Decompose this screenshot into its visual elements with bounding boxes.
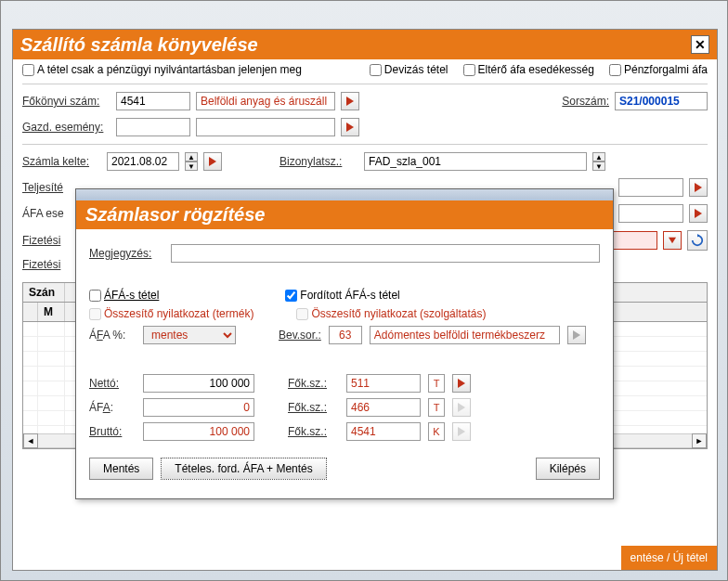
fokonyvi-input[interactable] bbox=[116, 92, 190, 110]
modal-title: Számlasor rögzítése bbox=[76, 200, 613, 229]
modal-szamlasor: Számlasor rögzítése Megjegyzés: ÁFÁ-s té… bbox=[75, 188, 614, 499]
mentes-button[interactable]: Mentés bbox=[89, 458, 153, 480]
afa-label: ÁFA: bbox=[89, 401, 136, 414]
svg-marker-10 bbox=[458, 427, 465, 436]
modal-buttons: Mentés Tételes. ford. ÁFA + Mentés Kilép… bbox=[89, 458, 600, 480]
teljesites-input[interactable] bbox=[618, 178, 683, 197]
fizetesi-label: Fizetési bbox=[22, 234, 73, 247]
bevsor-input[interactable] bbox=[329, 326, 362, 344]
afa-ese-button[interactable] bbox=[689, 204, 708, 223]
modal-body: Megjegyzés: ÁFÁ-s tétel Fordított ÁFÁ-s … bbox=[76, 229, 613, 498]
main-title: Szállító számla könyvelése bbox=[20, 34, 691, 56]
chk-penzforgalmi[interactable]: Pénzforgalmi áfa bbox=[609, 63, 708, 76]
bizonylat-input[interactable] bbox=[364, 152, 587, 171]
sorszam-label: Sorszám: bbox=[562, 95, 609, 108]
foksz1-label: Fők.sz.: bbox=[288, 377, 339, 390]
svg-marker-7 bbox=[573, 330, 580, 340]
megjegyzes-input[interactable] bbox=[171, 244, 600, 263]
scroll-left-icon[interactable]: ◄ bbox=[23, 433, 38, 448]
gazd-lookup-button[interactable] bbox=[341, 118, 359, 136]
t-badge-1: T bbox=[428, 374, 445, 393]
afa-pct-row: ÁFA %: mentes Bev.sor.: bbox=[89, 326, 600, 344]
szamla-kelte-button[interactable] bbox=[203, 152, 222, 171]
chk-ossz-szolg[interactable]: Összesítő nyilatkozat (szolgáltatás) bbox=[296, 307, 486, 320]
chk-devizas[interactable]: Devizás tétel bbox=[370, 63, 448, 76]
close-icon[interactable]: ✕ bbox=[691, 35, 709, 54]
afa-input[interactable] bbox=[143, 398, 254, 417]
szamla-kelte-label: Számla kelte: bbox=[22, 155, 101, 168]
col-m[interactable]: M bbox=[38, 303, 65, 321]
t-badge-2: T bbox=[428, 398, 445, 417]
afas-row: ÁFÁ-s tétel Fordított ÁFÁ-s tétel bbox=[89, 289, 600, 302]
svg-marker-9 bbox=[458, 403, 465, 412]
brutto-row: Bruttó: Fők.sz.: K bbox=[89, 422, 600, 441]
app-window: Szállító számla könyvelése ✕ A tétel csa… bbox=[0, 0, 728, 581]
szamla-kelte-row: Számla kelte: ▲▼ Bizonylatsz.: ▲▼ bbox=[13, 148, 717, 174]
date-spinner[interactable]: ▲▼ bbox=[185, 152, 198, 171]
foksz2-label: Fők.sz.: bbox=[288, 401, 339, 414]
brutto-input[interactable] bbox=[143, 422, 254, 441]
gazd-input[interactable] bbox=[116, 118, 190, 136]
main-titlebar: Szállító számla könyvelése ✕ bbox=[13, 30, 717, 59]
bevsor-button[interactable] bbox=[567, 326, 586, 344]
afa-row: ÁFA: Fők.sz.: T bbox=[89, 398, 600, 417]
netto-input[interactable] bbox=[143, 374, 254, 393]
top-checkbox-row: A tétel csak a pénzügyi nyilvántartásban… bbox=[13, 59, 717, 80]
foksz2-button[interactable] bbox=[452, 398, 471, 417]
scroll-right-icon[interactable]: ► bbox=[692, 433, 707, 448]
footer-save-button[interactable]: entése / Új tétel bbox=[621, 546, 717, 570]
teteles-button[interactable]: Tételes. ford. ÁFA + Mentés bbox=[161, 458, 326, 480]
modal-dragbar[interactable] bbox=[76, 189, 613, 200]
fizetesi-dropdown[interactable] bbox=[663, 231, 682, 250]
svg-marker-0 bbox=[346, 97, 354, 106]
afa-pct-select[interactable]: mentes bbox=[143, 326, 236, 344]
kilepes-button[interactable]: Kilépés bbox=[536, 458, 600, 480]
chk-forditott[interactable]: Fordított ÁFÁ-s tétel bbox=[285, 289, 399, 302]
k-badge: K bbox=[428, 422, 445, 441]
osszesito-row: Összesítő nyilatkozat (termék) Összesítő… bbox=[89, 307, 600, 320]
netto-label: Nettó: bbox=[89, 377, 136, 390]
col-szan[interactable]: Szán bbox=[23, 283, 65, 302]
chk-eltero[interactable]: Eltérő áfa esedékesség bbox=[463, 63, 594, 76]
teljesites-label: Teljesíté bbox=[22, 181, 73, 194]
gazd-desc[interactable] bbox=[196, 118, 335, 136]
foksz3-button[interactable] bbox=[452, 422, 471, 441]
gazd-row: Gazd. esemény: bbox=[13, 114, 717, 140]
afa-ese-input[interactable] bbox=[618, 204, 683, 223]
szamla-kelte-input[interactable] bbox=[107, 152, 179, 171]
bizonylat-spinner[interactable]: ▲▼ bbox=[592, 152, 605, 171]
foksz1-input[interactable] bbox=[346, 374, 421, 393]
svg-marker-5 bbox=[669, 238, 676, 243]
bevsor-desc[interactable] bbox=[370, 326, 560, 344]
foksz3-label: Fők.sz.: bbox=[288, 425, 339, 438]
bevsor-label: Bev.sor.: bbox=[279, 329, 321, 342]
fokonyvi-lookup-button[interactable] bbox=[341, 92, 359, 110]
svg-marker-2 bbox=[209, 157, 216, 166]
foksz1-button[interactable] bbox=[452, 374, 471, 393]
chk-ossz-termek[interactable]: Összesítő nyilatkozat (termék) bbox=[89, 307, 254, 320]
sorszam-input[interactable] bbox=[615, 92, 708, 110]
refresh-icon[interactable] bbox=[687, 230, 708, 251]
gazd-label: Gazd. esemény: bbox=[22, 121, 110, 134]
afa-pct-label: ÁFA %: bbox=[89, 329, 136, 342]
bizonylat-label: Bizonylatsz.: bbox=[280, 155, 358, 168]
chk-penzugyi[interactable]: A tétel csak a pénzügyi nyilvántartásban… bbox=[22, 63, 302, 76]
fizetesi2-label: Fizetési bbox=[22, 258, 73, 271]
megjegyzes-row: Megjegyzés: bbox=[89, 244, 600, 263]
fokonyvi-row: Főkönyvi szám: Sorszám: bbox=[13, 88, 717, 114]
brutto-label: Bruttó: bbox=[89, 425, 136, 438]
foksz2-input[interactable] bbox=[346, 398, 421, 417]
svg-marker-3 bbox=[695, 183, 702, 192]
megjegyzes-label: Megjegyzés: bbox=[89, 247, 163, 260]
svg-marker-4 bbox=[695, 209, 702, 218]
foksz3-input[interactable] bbox=[346, 422, 421, 441]
fokonyvi-desc[interactable] bbox=[196, 92, 335, 110]
svg-marker-8 bbox=[458, 379, 465, 388]
netto-row: Nettó: Fők.sz.: T bbox=[89, 374, 600, 393]
chk-afas[interactable]: ÁFÁ-s tétel bbox=[89, 289, 159, 302]
afa-ese-label: ÁFA ese bbox=[22, 207, 73, 220]
fokonyvi-label: Főkönyvi szám: bbox=[22, 95, 110, 108]
teljesites-button[interactable] bbox=[689, 178, 708, 197]
svg-marker-1 bbox=[346, 123, 354, 132]
